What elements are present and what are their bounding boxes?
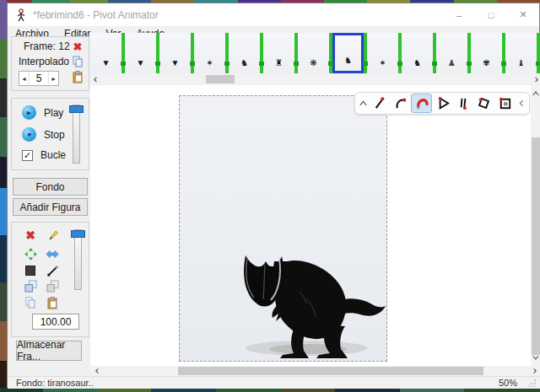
frame-thumbnail-owl-branch[interactable]: ✾	[471, 33, 502, 73]
spinner-down-icon[interactable]: ◂	[19, 72, 29, 85]
frame-thumbnail-bird[interactable]: ♝	[505, 33, 537, 73]
frame-separator-marker	[364, 33, 367, 73]
delete-frame-button[interactable]: ✖	[71, 40, 84, 53]
frame-strip-scrollbar[interactable]	[90, 74, 540, 84]
scroll-right-icon[interactable]	[529, 366, 539, 376]
scroll-left-icon[interactable]	[92, 366, 102, 376]
frame-separator-marker	[502, 33, 505, 73]
frame-figure-glyph: ♞	[413, 59, 421, 67]
lower-figure-button[interactable]	[44, 278, 61, 293]
frame-figure-glyph: ▼	[137, 59, 145, 67]
animation-canvas[interactable]	[179, 95, 387, 362]
rectangle-tool-icon	[497, 95, 513, 111]
play-button[interactable]: ▶ Play	[22, 105, 63, 120]
bend-tool[interactable]	[411, 94, 432, 113]
desktop-strip-left	[0, 0, 7, 392]
app-stickfigure-icon	[15, 8, 27, 22]
frame-thumbnail-firefly[interactable]: ❋	[298, 33, 329, 73]
chevron-left-icon	[519, 99, 524, 107]
double-segment-icon	[455, 95, 471, 111]
interpolation-value[interactable]: 5	[29, 72, 49, 85]
frame-figure-glyph: ▼	[102, 59, 111, 67]
canvas-horizontal-scrollbar[interactable]	[90, 366, 540, 376]
scroll-up-icon[interactable]	[531, 89, 540, 99]
stop-label: Stop	[44, 129, 65, 141]
canvas-vertical-scrollbar[interactable]	[531, 85, 540, 366]
spinner-up-icon[interactable]: ▸	[49, 72, 58, 85]
background-button[interactable]: Fondo	[13, 178, 88, 196]
copy-frame-button[interactable]	[71, 55, 84, 68]
chevron-up-icon	[359, 100, 367, 106]
segment-kind-button[interactable]	[44, 263, 61, 278]
store-frame-button[interactable]: Almacenar Fra...	[16, 341, 82, 361]
paste-figure-button[interactable]	[44, 295, 61, 310]
toolbar-scroll-left-button[interactable]	[516, 94, 526, 112]
horizontal-scroll-thumb[interactable]	[178, 367, 483, 375]
resize-grip-icon[interactable]	[528, 379, 537, 387]
double-segment-tool[interactable]	[452, 94, 473, 113]
edit-figure-button[interactable]	[44, 228, 61, 243]
title-bar: *febrimind6 - Pivot Animator – □ ✕	[8, 3, 539, 26]
flip-figure-button[interactable]	[44, 246, 61, 261]
frame-scroll-right-icon[interactable]	[531, 74, 540, 84]
loop-checkbox-row[interactable]: ✓ Bucle	[22, 149, 66, 161]
frame-thumbnail-hoof-2[interactable]: ▼	[125, 33, 156, 73]
copy-frame-icon	[73, 56, 84, 67]
rectangle-tool[interactable]	[494, 94, 516, 113]
toolbar-collapse-button[interactable]	[358, 94, 369, 112]
frame-number-label: Frame: 12	[24, 40, 70, 52]
frame-figure-glyph: ♞	[344, 56, 352, 65]
center-figure-button[interactable]	[22, 246, 39, 261]
raise-figure-button[interactable]	[22, 278, 39, 293]
frame-thumbnail-rooster[interactable]: ♜	[263, 33, 294, 73]
frame-separator-marker	[156, 33, 159, 73]
add-figure-button[interactable]: Añadir Figura	[13, 198, 88, 216]
vertical-scroll-thumb[interactable]	[532, 137, 540, 355]
delete-figure-button[interactable]: ✖	[22, 228, 39, 243]
frame-figure-glyph: ▼	[171, 59, 180, 67]
minimize-button[interactable]: –	[443, 3, 475, 26]
thickness-slider-handle[interactable]	[71, 230, 85, 238]
triangle-tool[interactable]	[432, 94, 453, 113]
frame-thumbnail-bear-ball[interactable]: ♟	[436, 33, 467, 73]
scroll-down-icon[interactable]	[531, 352, 540, 362]
scale-input[interactable]	[32, 314, 79, 330]
raise-icon	[24, 280, 37, 293]
frame-separator-marker	[122, 33, 125, 73]
stop-button[interactable]: ■ Stop	[22, 127, 65, 142]
bend-tool-icon	[413, 95, 429, 111]
frame-thumbnail-beetle[interactable]: ✶	[367, 33, 398, 73]
loop-checkbox[interactable]: ✓	[22, 150, 33, 161]
colour-button[interactable]	[22, 263, 39, 278]
frame-separator-marker	[467, 33, 471, 73]
frame-thumbnail-cat-cart[interactable]: ♞	[402, 33, 433, 73]
close-button[interactable]: ✕	[507, 3, 539, 26]
paste-frame-button[interactable]	[71, 70, 84, 83]
background-status-label: Fondo: tiranosaur..	[16, 378, 94, 388]
frame-thumbnail-spider[interactable]: ✶	[194, 33, 225, 73]
frame-thumbnail-bull[interactable]: ♞	[229, 33, 260, 73]
frame-thumbnail-hoof-1[interactable]: ▼	[90, 33, 122, 73]
copy-figure-button[interactable]	[22, 295, 39, 310]
frame-scroll-thumb[interactable]	[206, 75, 235, 83]
diamond-tool[interactable]	[473, 94, 494, 113]
frame-strip: ▼▼▼✶♞♜❋♞✶♞♟✾♝	[90, 33, 540, 85]
frame-thumbnail-hoof-3[interactable]: ▼	[159, 33, 191, 73]
frame-separator-marker	[260, 33, 263, 73]
frame-scroll-left-icon[interactable]	[90, 74, 100, 84]
speed-slider[interactable]	[73, 105, 80, 164]
frame-figure-glyph: ♝	[517, 59, 525, 67]
colour-swatch-icon	[25, 266, 35, 276]
curve-segment-tool[interactable]	[390, 94, 411, 113]
frame-panel: Frame: 12 ✖ Interpolado ◂ 5 ▸	[11, 36, 89, 91]
diamond-tool-icon	[476, 95, 492, 111]
interpolation-spinner[interactable]: ◂ 5 ▸	[19, 71, 59, 86]
speed-slider-handle[interactable]	[69, 105, 84, 113]
frame-thumbnail-t-rex[interactable]: ♞	[332, 33, 364, 73]
maximize-button[interactable]: □	[475, 3, 507, 26]
pivot-animator-window: *febrimind6 - Pivot Animator – □ ✕ Archi…	[7, 3, 540, 388]
interpolation-label: Interpolado	[19, 56, 69, 67]
line-segment-tool[interactable]	[369, 94, 390, 113]
thickness-slider[interactable]	[74, 229, 82, 290]
line-segment-icon	[371, 95, 387, 111]
